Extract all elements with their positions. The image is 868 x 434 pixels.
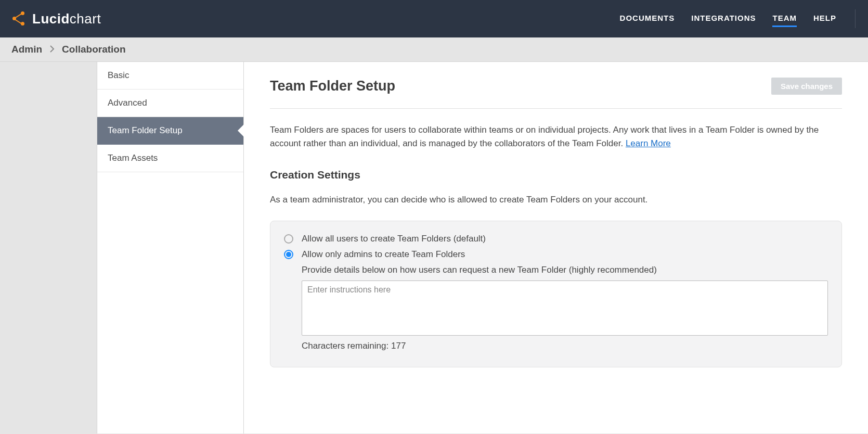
nav-documents[interactable]: DOCUMENTS [620,10,675,27]
nav-divider [855,9,856,28]
breadcrumb-admin[interactable]: Admin [11,44,42,55]
sidebar: Basic Advanced Team Folder Setup Team As… [97,62,244,433]
breadcrumb-collaboration[interactable]: Collaboration [62,44,125,55]
nav-help[interactable]: HELP [813,10,836,27]
creation-settings-box: Allow all users to create Team Folders (… [270,221,842,367]
sidebar-item-advanced[interactable]: Advanced [97,90,243,117]
radio-all-users-label[interactable]: Allow all users to create Team Folders (… [302,234,486,244]
save-changes-button[interactable]: Save changes [771,78,842,95]
description-text: Team Folders are spaces for users to col… [270,125,819,148]
characters-remaining-value: 177 [391,341,406,351]
lucidchart-logo-icon [12,11,27,26]
chevron-right-icon [49,44,55,55]
layout: Basic Advanced Team Folder Setup Team As… [0,62,868,433]
sidebar-item-basic[interactable]: Basic [97,62,243,90]
radio-row-all-users[interactable]: Allow all users to create Team Folders (… [284,234,828,244]
description: Team Folders are spaces for users to col… [270,123,842,150]
main-header: Team Folder Setup Save changes [270,78,842,109]
logo-text: Lucidchart [32,11,101,27]
sidebar-item-team-assets[interactable]: Team Assets [97,145,243,172]
characters-remaining-label: Characters remaining: [302,341,391,351]
instructions-textarea[interactable] [302,280,828,336]
logo[interactable]: Lucidchart [12,11,101,27]
radio-admins-hint: Provide details below on how users can r… [302,265,828,275]
top-nav: DOCUMENTS INTEGRATIONS TEAM HELP [620,9,856,28]
topbar: Lucidchart DOCUMENTS INTEGRATIONS TEAM H… [0,0,868,37]
nav-team[interactable]: TEAM [772,10,797,27]
characters-remaining: Characters remaining: 177 [302,341,828,351]
sidebar-item-team-folder-setup[interactable]: Team Folder Setup [97,117,243,145]
learn-more-link[interactable]: Learn More [626,138,671,148]
main-content: Team Folder Setup Save changes Team Fold… [244,62,868,433]
radio-all-users[interactable] [284,234,293,244]
nav-integrations[interactable]: INTEGRATIONS [691,10,756,27]
creation-settings-subtitle: As a team administrator, you can decide … [270,195,842,205]
breadcrumb: Admin Collaboration [0,37,868,62]
radio-admins-only[interactable] [284,250,293,259]
creation-settings-title: Creation Settings [270,169,842,181]
radio-row-admins-only[interactable]: Allow only admins to create Team Folders [284,249,828,260]
radio-admins-only-label[interactable]: Allow only admins to create Team Folders [302,249,465,260]
page-title: Team Folder Setup [270,78,395,94]
